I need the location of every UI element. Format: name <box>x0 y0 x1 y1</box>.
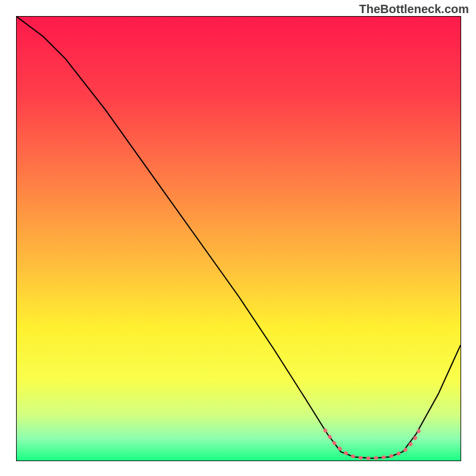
chart-svg <box>17 17 461 461</box>
gradient-background <box>17 17 461 461</box>
watermark-text: TheBottleneck.com <box>359 2 469 16</box>
chart-plot-area <box>16 16 461 461</box>
